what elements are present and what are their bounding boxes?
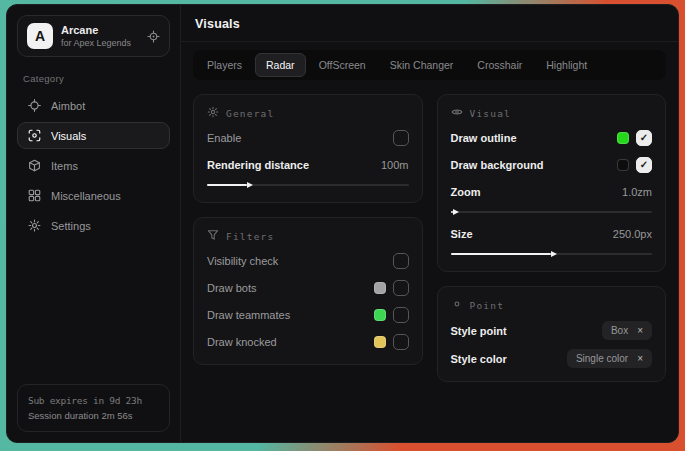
tab-skin-changer[interactable]: Skin Changer xyxy=(379,53,465,77)
left-column: General Enable Rendering distance 100m xyxy=(193,94,423,365)
draw-background-color-swatch[interactable] xyxy=(617,159,629,171)
point-icon xyxy=(451,298,463,312)
funnel-icon xyxy=(207,229,219,243)
brand-text: Arcane for Apex Legends xyxy=(61,24,139,48)
slider-fill xyxy=(207,184,247,186)
panel-title: Point xyxy=(470,300,505,311)
rendering-distance-row: Rendering distance 100m xyxy=(207,156,409,174)
tab-radar[interactable]: Radar xyxy=(255,53,306,77)
draw-outline-label: Draw outline xyxy=(451,132,517,144)
draw-bots-row: Draw bots xyxy=(207,279,409,297)
sidebar-item-aimbot[interactable]: Aimbot xyxy=(17,92,170,119)
draw-background-label: Draw background xyxy=(451,159,544,171)
draw-knocked-color-swatch[interactable] xyxy=(374,336,386,348)
sidebar-item-label: Items xyxy=(51,160,78,172)
draw-teammates-color-swatch[interactable] xyxy=(374,309,386,321)
eye-scan-icon xyxy=(28,129,41,142)
draw-knocked-checkbox[interactable] xyxy=(393,334,409,350)
tab-highlight[interactable]: Highlight xyxy=(535,53,598,77)
right-column: Visual Draw outline ✓ Draw background xyxy=(437,94,667,382)
visibility-check-row: Visibility check xyxy=(207,252,409,270)
check-icon: ✓ xyxy=(640,133,648,143)
main-area: Visuals Players Radar OffScreen Skin Cha… xyxy=(181,5,678,442)
enable-label: Enable xyxy=(207,132,241,144)
draw-knocked-label: Draw knocked xyxy=(207,336,277,348)
style-point-label: Style point xyxy=(451,325,507,337)
tab-bar: Players Radar OffScreen Skin Changer Cro… xyxy=(193,50,666,80)
slider-thumb[interactable] xyxy=(453,209,459,215)
size-row: Size 250.0px xyxy=(451,225,653,243)
panel-visual-header: Visual xyxy=(451,106,653,120)
rendering-distance-slider[interactable] xyxy=(207,181,409,189)
sidebar-item-visuals[interactable]: Visuals xyxy=(17,122,170,149)
content: General Enable Rendering distance 100m xyxy=(181,80,678,396)
slider-thumb[interactable] xyxy=(551,251,557,257)
close-icon[interactable]: × xyxy=(637,326,643,336)
draw-teammates-row: Draw teammates xyxy=(207,306,409,324)
chip-label: Box xyxy=(611,325,628,336)
zoom-label: Zoom xyxy=(451,186,481,198)
sidebar-nav: Aimbot Visuals Items Miscellaneous xyxy=(17,92,170,239)
check-icon: ✓ xyxy=(640,160,648,170)
enable-row: Enable xyxy=(207,129,409,147)
rendering-distance-value: 100m xyxy=(381,159,409,171)
size-slider[interactable] xyxy=(451,250,653,258)
rendering-distance-label: Rendering distance xyxy=(207,159,309,171)
draw-teammates-label: Draw teammates xyxy=(207,309,290,321)
zoom-slider[interactable] xyxy=(451,208,653,216)
panel-general-header: General xyxy=(207,106,409,120)
style-point-chip[interactable]: Box × xyxy=(602,321,652,340)
sidebar-item-label: Aimbot xyxy=(51,100,85,112)
size-label: Size xyxy=(451,228,473,240)
draw-outline-checkbox[interactable]: ✓ xyxy=(636,130,652,146)
brand-card: A Arcane for Apex Legends xyxy=(17,15,170,57)
tab-crosshair[interactable]: Crosshair xyxy=(466,53,533,77)
sidebar-item-items[interactable]: Items xyxy=(17,152,170,179)
main-header: Visuals xyxy=(181,5,678,42)
session-info-card: Sub expires in 9d 23h Session duration 2… xyxy=(17,384,170,432)
sidebar-item-label: Miscellaneous xyxy=(51,190,121,202)
panel-title: Visual xyxy=(470,108,512,119)
box-icon xyxy=(28,159,41,172)
draw-outline-row: Draw outline ✓ xyxy=(451,129,653,147)
sidebar-item-settings[interactable]: Settings xyxy=(17,212,170,239)
panel-visual: Visual Draw outline ✓ Draw background xyxy=(437,94,667,272)
sidebar-item-miscellaneous[interactable]: Miscellaneous xyxy=(17,182,170,209)
gear-icon xyxy=(28,219,41,232)
panel-point: Point Style point Box × Style color Sing… xyxy=(437,286,667,382)
draw-background-row: Draw background ✓ xyxy=(451,156,653,174)
draw-teammates-checkbox[interactable] xyxy=(393,307,409,323)
app-window: A Arcane for Apex Legends Category Aimbo… xyxy=(6,4,679,443)
slider-thumb[interactable] xyxy=(247,182,253,188)
draw-outline-color-swatch[interactable] xyxy=(617,132,629,144)
sidebar: A Arcane for Apex Legends Category Aimbo… xyxy=(7,5,181,442)
app-subtitle: for Apex Legends xyxy=(61,38,139,48)
tab-offscreen[interactable]: OffScreen xyxy=(308,53,377,77)
style-color-label: Style color xyxy=(451,353,507,365)
panel-point-header: Point xyxy=(451,298,653,312)
style-color-chip[interactable]: Single color × xyxy=(567,349,652,368)
visibility-check-label: Visibility check xyxy=(207,255,278,267)
style-color-row: Style color Single color × xyxy=(451,349,653,368)
panel-title: General xyxy=(226,108,274,119)
panel-filters-header: Filters xyxy=(207,229,409,243)
draw-background-checkbox[interactable]: ✓ xyxy=(636,157,652,173)
draw-bots-checkbox[interactable] xyxy=(393,280,409,296)
draw-bots-label: Draw bots xyxy=(207,282,257,294)
size-value: 250.0px xyxy=(613,228,652,240)
draw-bots-color-swatch[interactable] xyxy=(374,282,386,294)
sun-icon xyxy=(207,106,219,120)
close-icon[interactable]: × xyxy=(637,354,643,364)
sidebar-item-label: Settings xyxy=(51,220,91,232)
panel-general: General Enable Rendering distance 100m xyxy=(193,94,423,203)
crosshair-icon xyxy=(28,99,41,112)
tab-players[interactable]: Players xyxy=(196,53,253,77)
target-icon[interactable] xyxy=(147,30,160,43)
sub-expiry-text: Sub expires in 9d 23h xyxy=(28,393,159,408)
style-point-row: Style point Box × xyxy=(451,321,653,340)
panel-title: Filters xyxy=(226,231,274,242)
visibility-check-checkbox[interactable] xyxy=(393,253,409,269)
slider-fill xyxy=(451,211,453,213)
enable-checkbox[interactable] xyxy=(393,130,409,146)
sidebar-item-label: Visuals xyxy=(51,130,86,142)
